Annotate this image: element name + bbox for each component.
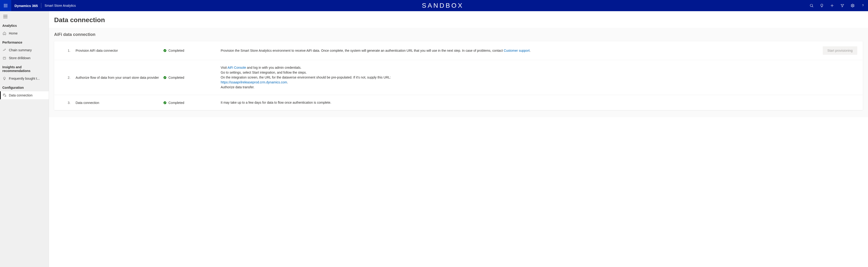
store-icon bbox=[2, 56, 6, 60]
add-icon[interactable] bbox=[827, 0, 837, 11]
start-provisioning-button: Start provisioning bbox=[823, 46, 857, 55]
step-title: Data connection bbox=[75, 101, 160, 105]
main-content: Data connection AiFi data connection 1. … bbox=[49, 11, 868, 267]
checkmark-circle-icon bbox=[163, 76, 166, 79]
svg-line-10 bbox=[812, 6, 813, 7]
step-row-2: 2. Authorize flow of data from your smar… bbox=[54, 60, 863, 95]
svg-rect-2 bbox=[6, 4, 7, 5]
sidebar-item-label: Chain summary bbox=[9, 48, 32, 52]
svg-point-19 bbox=[3, 94, 5, 95]
step-title: Authorize flow of data from your smart s… bbox=[75, 76, 160, 79]
step-description: Visit AiFi Console and log in with you a… bbox=[221, 65, 807, 90]
sidebar-item-home[interactable]: Home bbox=[0, 29, 49, 37]
home-icon bbox=[2, 31, 6, 35]
step-status: Completed bbox=[163, 101, 217, 105]
svg-rect-3 bbox=[4, 5, 5, 6]
step-status: Completed bbox=[163, 49, 217, 53]
checkmark-circle-icon bbox=[163, 49, 166, 52]
svg-point-14 bbox=[863, 6, 863, 7]
svg-rect-1 bbox=[5, 4, 6, 5]
step-number: 3. bbox=[60, 101, 72, 105]
lightbulb-icon[interactable] bbox=[817, 0, 827, 11]
steps-card: 1. Provision AiFi data connector Complet… bbox=[54, 41, 863, 110]
step-number: 1. bbox=[60, 49, 72, 53]
filter-icon[interactable] bbox=[837, 0, 847, 11]
database-sync-icon bbox=[2, 93, 6, 97]
sidebar-item-label: Data connection bbox=[9, 93, 32, 97]
svg-rect-8 bbox=[6, 6, 7, 7]
search-icon[interactable] bbox=[806, 0, 817, 11]
sidebar-item-frequently-bought[interactable]: Frequently bought t... bbox=[0, 74, 49, 82]
sidebar-item-label: Store drilldown bbox=[9, 56, 31, 60]
sidebar-group-configuration: Configuration bbox=[0, 82, 49, 91]
sidebar-group-analytics: Analytics bbox=[0, 21, 49, 29]
top-bar: Dynamics 365 Smart Store Analytics SANDB… bbox=[0, 0, 868, 11]
chart-line-icon bbox=[2, 48, 6, 52]
svg-rect-7 bbox=[5, 6, 6, 7]
sidebar: Analytics Home Performance Chain summary… bbox=[0, 11, 49, 267]
sidebar-toggle-icon[interactable] bbox=[0, 12, 49, 21]
svg-point-9 bbox=[810, 4, 813, 7]
brand-label[interactable]: Dynamics 365 bbox=[11, 4, 41, 8]
dataverse-url-link[interactable]: https://ssaaprilreleaseprod.crm.dynamics… bbox=[221, 80, 287, 84]
app-name[interactable]: Smart Store Analytics bbox=[41, 4, 79, 7]
step-description: It may take up to a few days for data to… bbox=[221, 100, 807, 105]
step-number: 2. bbox=[60, 76, 72, 79]
customer-support-link[interactable]: Customer support bbox=[504, 49, 529, 53]
lightbulb-icon bbox=[2, 76, 6, 80]
step-row-3: 3. Data connection Completed It may take… bbox=[54, 95, 863, 110]
page-title: Data connection bbox=[54, 16, 868, 24]
aifi-console-link[interactable]: AiFi Console bbox=[227, 66, 246, 69]
status-text: Completed bbox=[168, 101, 184, 105]
sidebar-item-store-drilldown[interactable]: Store drilldown bbox=[0, 54, 49, 62]
svg-rect-18 bbox=[3, 57, 6, 59]
sidebar-item-chain-summary[interactable]: Chain summary bbox=[0, 46, 49, 54]
app-launcher-icon[interactable] bbox=[0, 0, 11, 11]
svg-rect-6 bbox=[4, 6, 5, 7]
help-icon[interactable] bbox=[858, 0, 868, 11]
step-description: Provision the Smart Store Analytics envi… bbox=[221, 48, 807, 53]
step-title: Provision AiFi data connector bbox=[75, 49, 160, 53]
sidebar-item-label: Frequently bought t... bbox=[9, 77, 40, 80]
step-status: Completed bbox=[163, 76, 217, 79]
step-row-1: 1. Provision AiFi data connector Complet… bbox=[54, 41, 863, 60]
checkmark-circle-icon bbox=[163, 101, 166, 104]
sidebar-group-insights: Insights and recommendations bbox=[0, 62, 49, 74]
status-text: Completed bbox=[168, 76, 184, 79]
sidebar-item-label: Home bbox=[9, 31, 18, 35]
gear-icon[interactable] bbox=[847, 0, 858, 11]
svg-rect-0 bbox=[4, 4, 5, 5]
section-title: AiFi data connection bbox=[54, 32, 863, 37]
status-text: Completed bbox=[168, 49, 184, 53]
header-actions bbox=[806, 0, 868, 11]
svg-rect-4 bbox=[5, 5, 6, 6]
sidebar-item-data-connection[interactable]: Data connection bbox=[0, 91, 49, 99]
svg-rect-5 bbox=[6, 5, 7, 6]
svg-point-13 bbox=[852, 5, 853, 6]
sidebar-group-performance: Performance bbox=[0, 37, 49, 46]
environment-badge: SANDBOX bbox=[422, 2, 464, 9]
